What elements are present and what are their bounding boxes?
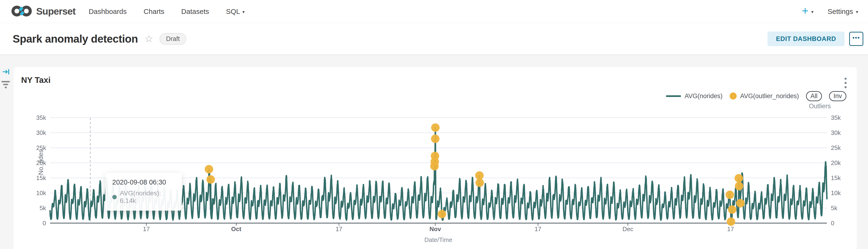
outlier-point[interactable] (735, 182, 743, 190)
left-axis-title: No. rides (37, 139, 44, 186)
outlier-point[interactable] (475, 171, 484, 180)
main-nav: Dashboards Charts Datasets SQL ▾ (89, 7, 245, 16)
legend-item-norides[interactable]: AVG(norides) (666, 92, 722, 100)
edit-dashboard-button[interactable]: EDIT DASHBOARD (768, 31, 844, 46)
chart-title: NY Taxi (21, 75, 51, 85)
y-axis-label-right: 5k (831, 204, 837, 212)
y-axis-label-right: 35k (831, 114, 841, 121)
outlier-point[interactable] (431, 123, 439, 132)
legend-button-inv[interactable]: Inv (829, 91, 846, 101)
superset-logo[interactable]: Superset (11, 4, 75, 19)
more-actions-button[interactable]: ••• (849, 32, 863, 46)
outlier-point[interactable] (728, 205, 737, 214)
nav-item-datasets[interactable]: Datasets (181, 7, 209, 16)
dashboard-header: Spark anomaly detection ☆ Draft EDIT DAS… (0, 23, 868, 55)
plus-icon: + (802, 5, 808, 18)
top-navbar: Superset Dashboards Charts Datasets SQL … (0, 0, 868, 23)
outlier-point[interactable] (205, 165, 213, 173)
draft-badge: Draft (159, 33, 187, 45)
tooltip-series-marker (112, 195, 117, 199)
nav-item-sql[interactable]: SQL ▾ (226, 7, 245, 16)
y-axis-label-right: 0 (831, 220, 834, 227)
outlier-point[interactable] (438, 210, 446, 218)
y-axis-label-left: 5k (40, 204, 46, 212)
x-axis-label: 17 (143, 225, 150, 232)
chart-kebab-menu-icon[interactable] (842, 76, 848, 90)
outlier-point[interactable] (431, 135, 439, 143)
caret-down-icon: ▾ (811, 9, 814, 14)
y-axis-label-left: 30k (36, 129, 46, 136)
y-axis-label-right: 15k (831, 174, 841, 182)
x-axis-label: 17 (727, 225, 734, 232)
outlier-point[interactable] (431, 152, 439, 160)
x-axis-label: Oct (231, 225, 242, 232)
chart-tooltip: 2020-09-08 06:30 AVG(norides): 6.14k (105, 173, 182, 211)
y-axis-label-right: 25k (831, 144, 841, 151)
nav-item-charts[interactable]: Charts (144, 7, 164, 16)
scatter-series-swatch (730, 92, 737, 100)
new-item-button[interactable]: + ▾ (802, 5, 813, 18)
x-axis-title: Date/Time (403, 236, 473, 244)
legend-label: AVG(outlier_norides) (740, 92, 799, 100)
outlier-point[interactable] (727, 218, 735, 226)
page-title: Spark anomaly detection (13, 32, 138, 45)
y-axis-label-right: 20k (831, 159, 841, 166)
x-axis-label: 17 (535, 225, 541, 232)
caret-down-icon: ▾ (242, 9, 245, 14)
navbar-right: + ▾ Settings ▾ (802, 5, 858, 18)
outlier-point[interactable] (735, 174, 743, 183)
chart-legend: AVG(norides) AVG(outlier_norides) All In… (666, 91, 846, 101)
superset-infinity-icon (11, 4, 32, 19)
outlier-point[interactable] (475, 178, 484, 187)
line-series-swatch (666, 95, 681, 97)
legend-button-all[interactable]: All (806, 91, 822, 101)
x-axis-label: Dec (622, 225, 633, 232)
nav-item-dashboards[interactable]: Dashboards (89, 7, 127, 16)
legend-item-outlier-norides[interactable]: AVG(outlier_norides) (730, 92, 799, 100)
right-axis-title: Outliers (799, 103, 841, 110)
y-axis-label-left: 35k (36, 114, 46, 121)
tooltip-timestamp: 2020-09-08 06:30 (112, 178, 175, 186)
outlier-point[interactable] (726, 191, 734, 199)
y-axis-label-right: 10k (831, 190, 841, 196)
x-axis-label: 17 (336, 225, 342, 232)
outlier-point[interactable] (736, 199, 745, 208)
caret-down-icon: ▾ (856, 9, 858, 14)
x-axis-label: Nov (429, 225, 441, 232)
filter-funnel-icon[interactable] (1, 81, 10, 88)
y-axis-label-left: 10k (36, 190, 46, 196)
expand-filter-panel-icon[interactable] (2, 68, 10, 77)
y-axis-label-right: 30k (831, 129, 841, 136)
brand-name: Superset (36, 6, 75, 17)
y-axis-label-left: 0 (43, 220, 46, 227)
header-actions: EDIT DASHBOARD ••• (768, 31, 863, 46)
settings-menu[interactable]: Settings ▾ (828, 7, 858, 16)
favorite-star-icon[interactable]: ☆ (145, 34, 153, 44)
legend-label: AVG(norides) (685, 92, 722, 100)
tooltip-value: AVG(norides): 6.14k (120, 190, 175, 204)
outlier-point[interactable] (207, 175, 215, 184)
